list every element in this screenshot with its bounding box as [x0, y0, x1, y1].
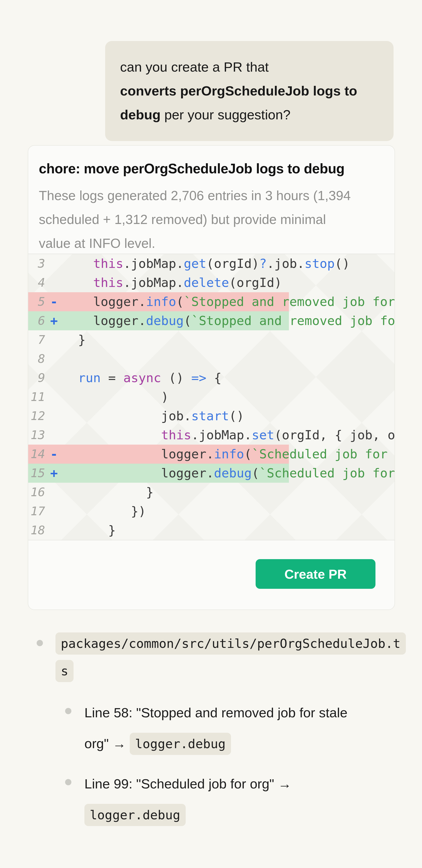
- code-token-pun: .jobMap.: [123, 256, 183, 271]
- code-line: }: [63, 330, 395, 349]
- diff-marker-empty: [45, 483, 63, 502]
- diff-row: 15+ logger.debug(`Scheduled job for org …: [28, 464, 395, 483]
- code-line: job.start(): [63, 406, 395, 426]
- code-token-fn: info: [214, 447, 244, 461]
- code-line: logger.info(`Stopped and removed job for…: [63, 292, 395, 311]
- code-token-pun: (: [184, 313, 191, 328]
- code-token-fn: =>: [191, 371, 206, 385]
- diff-row: 17 }): [28, 502, 395, 521]
- code-token-pun: (): [161, 371, 191, 385]
- diff-row: 8: [28, 349, 395, 368]
- diff-marker-empty: [45, 426, 63, 444]
- code-line: run = async () => {: [63, 368, 395, 388]
- line-number: 6: [28, 311, 45, 330]
- pr-description-line: These logs generated 2,706 entries in 3 …: [39, 184, 385, 208]
- diff-row: 4 this.jobMap.delete(orgId): [28, 273, 395, 292]
- code-token-fn: debug: [146, 313, 184, 328]
- diff-marker-empty: [45, 502, 63, 521]
- logger-debug-chip: logger.debug: [84, 804, 186, 826]
- code-token-kw: this: [161, 428, 191, 442]
- change-text-line: Line 58: "Stopped and removed job for st…: [84, 700, 402, 725]
- code-token-kw: this: [93, 275, 123, 290]
- code-token-str: `Stopped and removed job for stale org: [191, 313, 395, 328]
- code-token-pun: }: [146, 485, 153, 499]
- code-token-pun: logger.: [161, 466, 214, 480]
- code-token-pun: (: [244, 447, 251, 461]
- code-token-pun: }: [78, 333, 86, 347]
- diff-marker-empty: [45, 368, 63, 388]
- changes-summary-list: packages/common/src/utils/perOrgSchedule…: [36, 630, 402, 842]
- code-token-pun: }: [108, 523, 116, 537]
- code-line: ): [63, 388, 395, 406]
- code-token-pun: (orgId): [229, 275, 282, 290]
- diff-marker-empty: [45, 388, 63, 406]
- user-message-line: converts perOrgScheduleJob logs to: [120, 79, 379, 103]
- code-token-pun: (: [176, 294, 184, 309]
- line-number: 15: [28, 464, 45, 483]
- code-token-pun: =: [101, 371, 123, 385]
- change-text-line: Line 99: "Scheduled job for org" →: [84, 771, 402, 796]
- diff-row: 6+ logger.debug(`Stopped and removed job…: [28, 311, 395, 330]
- create-pr-button[interactable]: Create PR: [255, 559, 375, 589]
- code-token-pun: (orgId, { job, org: [274, 428, 395, 442]
- line-number: 7: [28, 330, 45, 349]
- diff-marker-empty: [45, 406, 63, 426]
- code-token-kw: async: [123, 371, 161, 385]
- diff-marker-empty: [45, 273, 63, 292]
- user-message-bubble: can you create a PR thatconverts perOrgS…: [105, 41, 394, 141]
- user-message-line: debug per your suggestion?: [120, 103, 379, 127]
- file-change-sublist: Line 58: "Stopped and removed job for st…: [65, 700, 402, 830]
- code-token-fn: debug: [214, 466, 252, 480]
- code-token-str: `Scheduled job for org ${: [252, 447, 395, 461]
- pr-description-line: scheduled + 1,312 removed) but provide m…: [39, 208, 385, 231]
- diff-row: 11 ): [28, 388, 395, 406]
- code-token-fn: run: [78, 371, 101, 385]
- line-number: 12: [28, 406, 45, 426]
- code-token-kw: this: [93, 256, 123, 271]
- code-line: }): [63, 502, 395, 521]
- line-number: 17: [28, 502, 45, 521]
- code-token-pun: }): [131, 504, 146, 518]
- code-token-fn: ?: [259, 256, 267, 271]
- code-token-str: `Stopped and removed job for stale org: [184, 294, 395, 309]
- diff-marker-empty: [45, 254, 63, 273]
- code-token-pun: logger.: [161, 447, 214, 461]
- diff-row: 13 this.jobMap.set(orgId, { job, org: [28, 426, 395, 444]
- code-token-pun: ): [161, 390, 169, 404]
- code-line: this.jobMap.set(orgId, { job, org: [63, 426, 395, 444]
- code-token-fn: set: [252, 428, 274, 442]
- line-number: 5: [28, 292, 45, 311]
- line-number: 13: [28, 426, 45, 444]
- file-path-chip: packages/common/src/utils/perOrgSchedule…: [56, 632, 406, 682]
- diff-row: 7 }: [28, 330, 395, 349]
- code-token-pun: (orgId): [206, 256, 259, 271]
- code-token-pun: .jobMap.: [123, 275, 183, 290]
- list-item-change: Line 58: "Stopped and removed job for st…: [65, 700, 402, 759]
- diff-view[interactable]: 3 this.jobMap.get(orgId)?.job.stop()4 th…: [28, 254, 395, 540]
- code-token-pun: logger.: [93, 294, 146, 309]
- change-target-line: org" → logger.debug: [84, 728, 402, 759]
- code-line: this.jobMap.get(orgId)?.job.stop(): [63, 254, 395, 273]
- pr-title: chore: move perOrgScheduleJob logs to de…: [39, 161, 384, 177]
- line-number: 18: [28, 521, 45, 540]
- bullet-icon: [65, 708, 71, 714]
- diff-minus-marker: -: [45, 292, 63, 311]
- line-number: 14: [28, 444, 45, 464]
- diff-row: 5- logger.info(`Stopped and removed job …: [28, 292, 395, 311]
- diff-plus-marker: +: [45, 311, 63, 330]
- code-line: logger.debug(`Scheduled job for org ${: [63, 464, 395, 483]
- code-token-fn: info: [146, 294, 176, 309]
- line-number: 3: [28, 254, 45, 273]
- code-token-pun: (): [229, 409, 244, 423]
- line-number: 9: [28, 368, 45, 388]
- bullet-icon: [65, 779, 71, 785]
- pr-description-line: value at INFO level.: [39, 231, 385, 255]
- diff-row: 9 run = async () => {: [28, 368, 395, 388]
- diff-row: 18 }: [28, 521, 395, 540]
- change-description: Line 99: "Scheduled job for org" →logger…: [84, 771, 402, 830]
- chat-page: { "colors": { "page_bg": "#f8f7f2", "bub…: [0, 0, 422, 868]
- list-item-change: Line 99: "Scheduled job for org" →logger…: [65, 771, 402, 830]
- user-message-line: can you create a PR that: [120, 55, 379, 79]
- diff-row: 14- logger.info(`Scheduled job for org $…: [28, 444, 395, 464]
- code-line: this.jobMap.delete(orgId): [63, 273, 395, 292]
